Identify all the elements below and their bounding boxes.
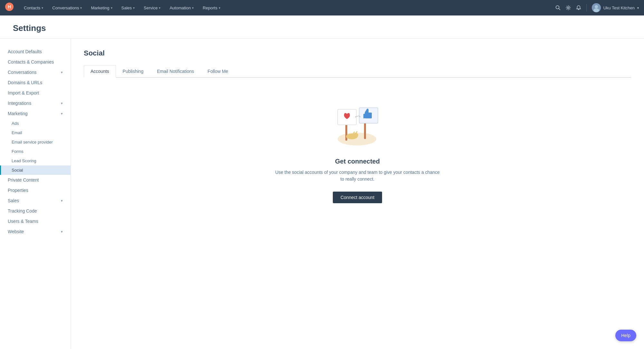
sidebar-sub-item-forms[interactable]: Forms	[0, 147, 71, 156]
page-body: Account Defaults Contacts & Companies Co…	[0, 39, 644, 349]
nav-divider	[586, 4, 587, 12]
chevron-down-icon: ▾	[61, 199, 63, 203]
user-name: Uku Test Kitchen	[603, 5, 635, 10]
nav-service[interactable]: Service ▾	[140, 0, 164, 15]
sidebar-item-contacts-companies[interactable]: Contacts & Companies	[0, 57, 71, 67]
svg-rect-13	[365, 113, 372, 118]
sidebar-item-tracking-code[interactable]: Tracking Code	[0, 206, 71, 216]
tab-follow-me[interactable]: Follow Me	[201, 65, 235, 78]
tab-publishing[interactable]: Publishing	[116, 65, 150, 78]
nav-sales[interactable]: Sales ▾	[118, 0, 139, 15]
svg-rect-10	[364, 121, 366, 139]
chevron-up-icon: ▾	[61, 112, 63, 116]
chevron-down-icon: ▾	[61, 70, 63, 75]
svg-point-4	[567, 7, 569, 9]
sidebar-item-properties[interactable]: Properties	[0, 185, 71, 195]
nav-reports[interactable]: Reports ▾	[199, 0, 224, 15]
chevron-down-icon: ▾	[159, 6, 160, 10]
sidebar-item-account-defaults[interactable]: Account Defaults	[0, 46, 71, 57]
tab-content-accounts: Get connected Use the social accounts of…	[84, 78, 631, 223]
tab-accounts[interactable]: Accounts	[84, 65, 116, 78]
notifications-button[interactable]	[576, 5, 581, 10]
svg-point-7	[593, 8, 599, 12]
sidebar-item-import-export[interactable]: Import & Export	[0, 88, 71, 98]
chevron-down-icon: ▾	[61, 230, 63, 234]
nav-automation[interactable]: Automation ▾	[166, 0, 197, 15]
sidebar-item-private-content[interactable]: Private Content	[0, 175, 71, 185]
main-content: Social Accounts Publishing Email Notific…	[71, 39, 644, 349]
nav-contacts[interactable]: Contacts ▾	[20, 0, 47, 15]
chevron-down-icon: ▾	[111, 6, 112, 10]
tab-email-notifications[interactable]: Email Notifications	[150, 65, 201, 78]
chevron-down-icon: ▾	[219, 6, 220, 10]
section-title: Social	[84, 49, 631, 57]
svg-text:H: H	[8, 4, 11, 9]
svg-point-6	[595, 5, 598, 8]
sidebar-sub-item-ads[interactable]: Ads	[0, 119, 71, 128]
top-navigation: H Contacts ▾ Conversations ▾ Marketing ▾…	[0, 0, 644, 15]
sidebar-item-integrations[interactable]: Integrations ▾	[0, 98, 71, 108]
sidebar-sub-item-email[interactable]: Email	[0, 128, 71, 137]
user-menu[interactable]: Uku Test Kitchen ▾	[592, 3, 639, 12]
chevron-down-icon: ▾	[61, 101, 63, 105]
sidebar-sub-item-email-service-provider[interactable]: Email service provider	[0, 137, 71, 147]
nav-conversations[interactable]: Conversations ▾	[48, 0, 86, 15]
nav-right-controls: Uku Test Kitchen ▾	[555, 3, 639, 12]
chevron-down-icon: ▾	[80, 6, 82, 10]
search-button[interactable]	[555, 5, 561, 10]
empty-state-title: Get connected	[335, 158, 380, 165]
sidebar-sub-item-social[interactable]: Social	[0, 165, 71, 175]
page-header: Settings	[0, 15, 644, 39]
sidebar-item-marketing[interactable]: Marketing ▾	[0, 108, 71, 119]
sidebar-sub-item-lead-scoring[interactable]: Lead Scoring	[0, 156, 71, 165]
nav-marketing[interactable]: Marketing ▾	[87, 0, 116, 15]
hubspot-logo[interactable]: H	[5, 3, 14, 13]
settings-button[interactable]	[566, 5, 571, 10]
sidebar-item-conversations[interactable]: Conversations ▾	[0, 67, 71, 77]
sidebar-item-domains-urls[interactable]: Domains & URLs	[0, 77, 71, 88]
page-title: Settings	[13, 23, 631, 33]
connect-account-button[interactable]: Connect account	[333, 192, 382, 203]
avatar	[592, 3, 601, 12]
nav-items: Contacts ▾ Conversations ▾ Marketing ▾ S…	[20, 0, 555, 15]
sidebar-item-users-teams[interactable]: Users & Teams	[0, 216, 71, 226]
chevron-down-icon: ▾	[192, 6, 194, 10]
chevron-down-icon: ▾	[42, 6, 43, 10]
sidebar-item-website[interactable]: Website ▾	[0, 226, 71, 237]
page-wrapper: Settings Account Defaults Contacts & Com…	[0, 15, 644, 349]
svg-line-3	[559, 9, 560, 10]
sidebar-item-sales[interactable]: Sales ▾	[0, 195, 71, 206]
chevron-down-icon: ▾	[133, 6, 135, 10]
social-illustration	[329, 97, 387, 149]
help-button[interactable]: Help	[615, 330, 636, 341]
sidebar: Account Defaults Contacts & Companies Co…	[0, 39, 71, 349]
chevron-down-icon: ▾	[637, 6, 639, 10]
svg-rect-14	[363, 114, 365, 118]
tabs-container: Accounts Publishing Email Notifications …	[84, 65, 631, 78]
empty-state-description: Use the social accounts of your company …	[274, 169, 441, 183]
